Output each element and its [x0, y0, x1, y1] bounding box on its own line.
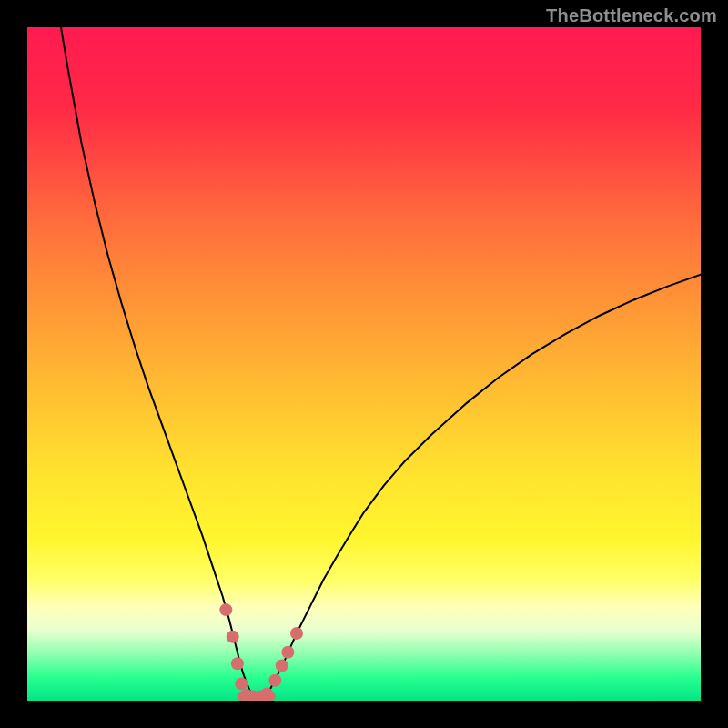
- marker-dot: [219, 603, 232, 616]
- plot-area: [27, 27, 701, 701]
- marker-dot: [235, 678, 248, 691]
- marker-dot: [260, 688, 273, 701]
- marker-dot: [290, 627, 303, 640]
- watermark-text: TheBottleneck.com: [546, 5, 717, 26]
- outer-frame: TheBottleneck.com: [0, 0, 728, 728]
- bottleneck-curve: [61, 27, 701, 700]
- marker-dot: [227, 631, 239, 643]
- marker-dot: [231, 657, 244, 670]
- marker-dot: [276, 660, 288, 672]
- marker-dots: [219, 603, 303, 701]
- marker-dot: [268, 674, 281, 687]
- marker-dot: [281, 646, 294, 659]
- chart-svg: [27, 27, 701, 701]
